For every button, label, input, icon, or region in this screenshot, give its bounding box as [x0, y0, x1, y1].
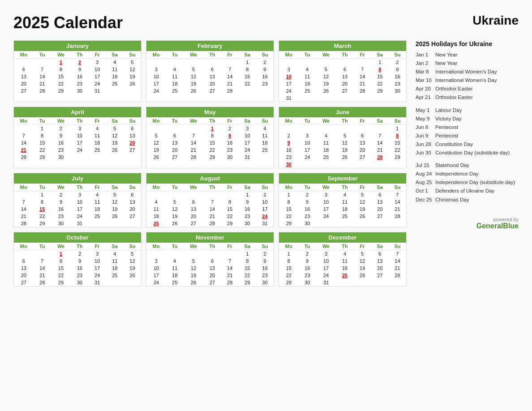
day-cell: 12: [146, 139, 166, 146]
day-cell: 16: [256, 265, 274, 272]
day-cell: 14: [34, 265, 51, 272]
day-cell: 3: [279, 66, 299, 73]
day-cell: 8: [279, 257, 299, 265]
day-cell: 30: [256, 279, 274, 286]
day-cell: 28: [34, 87, 51, 94]
day-cell: 16: [299, 206, 316, 213]
day-cell: 21: [34, 80, 51, 87]
day-cell: 31: [239, 154, 256, 161]
day-cell: [203, 59, 221, 66]
brand-general: General: [476, 222, 503, 230]
holiday-name: Labour Day: [435, 107, 462, 114]
month-header-april: April: [14, 107, 141, 117]
day-cell: 21: [14, 213, 34, 220]
day-cell: 23: [51, 146, 71, 154]
day-cell: 30: [299, 279, 316, 286]
day-cell: 26: [166, 220, 184, 227]
day-cell: 23: [51, 213, 71, 220]
day-cell: 23: [256, 80, 274, 87]
calendar-january: JanuaryMoTuWeThFrSaSu1234567891011121314…: [13, 40, 142, 102]
weekday-header: Fr: [354, 184, 371, 191]
day-cell: [371, 220, 389, 227]
month-header-february: February: [146, 41, 274, 51]
day-cell: 22: [389, 146, 406, 154]
day-cell: 5: [166, 198, 184, 206]
day-cell: 7: [14, 198, 34, 206]
brand: GeneralBlue: [416, 222, 519, 230]
day-cell: 28: [389, 213, 406, 220]
holiday-item: Apr 20Orthodox Easter: [416, 85, 519, 92]
day-cell: 17: [279, 80, 299, 87]
day-cell: 13: [203, 265, 221, 272]
weekday-header: Sa: [371, 51, 389, 59]
day-cell: 26: [124, 80, 141, 87]
weekday-header: Tu: [166, 51, 184, 59]
day-cell: 5: [354, 191, 371, 199]
day-cell: 2: [256, 191, 274, 199]
day-cell: 22: [221, 213, 239, 220]
day-cell: 21: [14, 146, 34, 154]
holiday-date: Jun 9: [416, 132, 433, 139]
holiday-name: Constitution Day: [435, 141, 473, 148]
weekday-header: Th: [203, 243, 221, 250]
day-cell: 8: [239, 257, 256, 265]
weekday-header: Sa: [106, 117, 124, 125]
day-cell: 10: [146, 265, 166, 272]
day-cell: 13: [14, 265, 34, 272]
day-cell: 7: [389, 191, 406, 199]
day-cell: [354, 161, 371, 168]
weekday-header: Sa: [239, 243, 256, 250]
day-cell: 10: [299, 139, 316, 146]
day-cell: 14: [184, 139, 204, 146]
day-cell: 2: [299, 250, 316, 258]
day-cell: 25: [336, 272, 353, 279]
day-cell: 17: [316, 206, 336, 213]
day-cell: [146, 191, 166, 199]
day-cell: 16: [71, 265, 88, 272]
day-cell: 5: [354, 250, 371, 258]
day-cell: 10: [71, 198, 88, 206]
day-cell: [336, 220, 353, 227]
weekday-header: We: [51, 117, 71, 125]
day-cell: 7: [184, 132, 204, 139]
weekday-header: Mo: [146, 117, 166, 125]
month-header-august: August: [146, 173, 274, 184]
day-cell: [354, 125, 371, 133]
day-cell: 31: [316, 279, 336, 286]
day-cell: 24: [239, 146, 256, 154]
day-cell: 20: [124, 206, 141, 213]
day-cell: [34, 59, 51, 66]
day-cell: 27: [203, 279, 221, 286]
day-cell: 5: [336, 132, 353, 139]
day-cell: 29: [51, 279, 71, 286]
day-cell: 30: [279, 161, 299, 168]
day-cell: 25: [89, 213, 106, 220]
day-cell: 9: [71, 257, 88, 265]
day-cell: 9: [299, 198, 316, 206]
weekday-header: Fr: [221, 117, 239, 125]
day-cell: 13: [354, 139, 371, 146]
day-cell: 16: [256, 73, 274, 80]
day-cell: 27: [336, 87, 353, 94]
holiday-date: Aug 24: [416, 170, 433, 177]
day-cell: 10: [256, 198, 274, 206]
day-cell: 7: [221, 66, 239, 73]
day-cell: [354, 59, 371, 66]
day-cell: 15: [51, 265, 71, 272]
day-cell: [371, 279, 389, 286]
weekday-header: Th: [71, 184, 88, 191]
day-cell: [34, 250, 51, 258]
weekday-header: Fr: [89, 184, 106, 191]
day-cell: 14: [221, 73, 239, 80]
weekday-header: We: [51, 184, 71, 191]
day-cell: 1: [389, 125, 406, 133]
holiday-date: Apr 21: [416, 94, 433, 101]
weekday-header: Sa: [371, 117, 389, 125]
day-cell: 18: [166, 80, 184, 87]
day-cell: 28: [221, 279, 239, 286]
day-cell: [336, 59, 353, 66]
powered-by: powered by GeneralBlue: [416, 217, 519, 230]
day-cell: [221, 191, 239, 199]
day-cell: 22: [203, 146, 221, 154]
day-cell: [354, 94, 371, 102]
